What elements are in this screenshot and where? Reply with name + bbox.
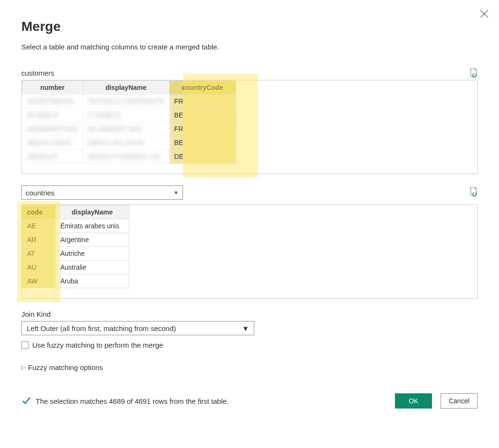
table-cell: DE: [169, 150, 236, 164]
table-cell: 4CONTINENTS: [22, 95, 83, 108]
table-row[interactable]: 4CONTINENTSTATTOO 4 CONTINENTSFR: [22, 95, 236, 108]
dialog-title: Merge: [21, 19, 478, 34]
table1-grid[interactable]: numberdisplayNamecountryCode 4CONTINENTS…: [21, 80, 478, 174]
table-cell: Australie: [56, 261, 129, 274]
join-kind-dropdown[interactable]: Left Outer (all from first, matching fro…: [21, 321, 254, 335]
fuzzy-options-expander[interactable]: ▷ Fuzzy matching options: [21, 363, 478, 371]
table-row[interactable]: AUAustralie: [22, 261, 129, 274]
table2-grid[interactable]: codedisplayName AEÉmirats arabes unisARA…: [21, 205, 478, 299]
table-cell: BE: [169, 136, 236, 150]
table-row[interactable]: AGMARKETSASAG MARKET SASFR: [22, 122, 236, 136]
table2-column-header[interactable]: code: [22, 205, 56, 219]
table-cell: Aruba: [56, 274, 129, 288]
table1-column-header[interactable]: countryCode: [169, 81, 236, 95]
table-row[interactable]: ABDULLAHCEABDULLAH CEJINBE: [22, 136, 236, 150]
table-cell: Autriche: [56, 247, 129, 261]
table-cell: ABSOLUT ENERGY US: [83, 150, 169, 164]
table2-column-header[interactable]: displayName: [56, 205, 129, 219]
table-cell: AU: [22, 261, 56, 274]
ok-button[interactable]: OK: [395, 393, 432, 409]
table-cell: ABSOLUT: [22, 150, 83, 164]
table1-column-header[interactable]: number: [22, 81, 83, 95]
table-cell: FR: [169, 95, 236, 108]
table-cell: AGMARKETSAS: [22, 122, 83, 136]
fuzzy-options-label: Fuzzy matching options: [28, 363, 103, 371]
table-row[interactable]: AEÉmirats arabes unis: [22, 219, 129, 233]
table-cell: AW: [22, 274, 56, 288]
table2-select-dropdown[interactable]: countries ▼: [21, 185, 183, 200]
join-kind-value: Left Outer (all from first, matching fro…: [27, 324, 176, 332]
table2-dropdown-value: countries: [26, 189, 55, 197]
close-button[interactable]: [480, 10, 489, 18]
table-cell: ABDULLAHCE: [22, 136, 83, 150]
table2-refresh-icon[interactable]: [469, 187, 478, 198]
table-cell: AE: [22, 219, 56, 233]
table-cell: ABDULLAH CEJIN: [83, 136, 169, 150]
status-text: The selection matches 4689 of 4691 rows …: [36, 397, 229, 405]
cancel-button[interactable]: Cancel: [441, 393, 478, 409]
table-row[interactable]: 9CAMELS9 CAMELSBE: [22, 108, 236, 122]
table-row[interactable]: ATAutriche: [22, 247, 129, 261]
table-cell: BE: [169, 108, 236, 122]
table-cell: AR: [22, 233, 56, 247]
table1-refresh-icon[interactable]: [469, 68, 478, 79]
table-row[interactable]: AWAruba: [22, 274, 129, 288]
expander-triangle-icon: ▷: [21, 364, 25, 370]
table-cell: TATTOO 4 CONTINENTS: [83, 95, 169, 108]
table-cell: 9CAMELS: [22, 108, 83, 122]
table-row[interactable]: ABSOLUTABSOLUT ENERGY USDE: [22, 150, 236, 164]
chevron-down-icon: ▼: [242, 324, 249, 332]
dialog-subtitle: Select a table and matching columns to c…: [21, 43, 478, 51]
fuzzy-matching-label: Use fuzzy matching to perform the merge: [32, 341, 163, 349]
fuzzy-matching-checkbox[interactable]: [21, 341, 29, 349]
table1-column-header[interactable]: displayName: [83, 81, 169, 95]
table-cell: 9 CAMELS: [83, 108, 169, 122]
table-cell: AG MARKET SAS: [83, 122, 169, 136]
table-cell: Émirats arabes unis: [56, 219, 129, 233]
chevron-down-icon: ▼: [173, 190, 179, 195]
table1-label: customers: [21, 69, 54, 77]
table-cell: AT: [22, 247, 56, 261]
table-cell: FR: [169, 122, 236, 136]
table-row[interactable]: ARArgentine: [22, 233, 129, 247]
join-kind-label: Join Kind: [21, 310, 478, 318]
status-check-icon: [21, 396, 31, 407]
table-cell: Argentine: [56, 233, 129, 247]
